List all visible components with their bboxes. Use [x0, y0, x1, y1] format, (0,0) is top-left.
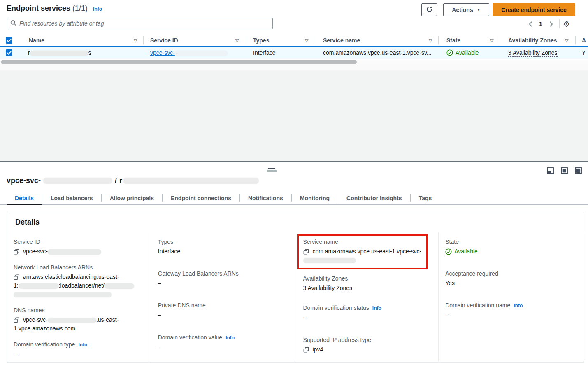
drag-bar-icon — [268, 168, 275, 169]
filter-types-icon[interactable]: ▽ — [305, 35, 308, 46]
dns-line1b: .us-east- — [96, 316, 119, 323]
row-checkbox[interactable] — [6, 49, 12, 56]
tab-contributor-insights[interactable]: Contributor Insights — [338, 192, 410, 204]
column-header-name[interactable]: Name — [29, 35, 44, 46]
details-column-1: Service ID vpce-svc- Network Load Balanc… — [7, 232, 151, 362]
page-title: Endpoint services (1/1) Info — [7, 4, 102, 13]
refresh-icon — [426, 6, 433, 14]
column-header-acceptance[interactable]: A — [582, 35, 586, 46]
field-value: Yes — [445, 279, 576, 288]
row-state-label: Available — [456, 47, 479, 59]
field-acceptance-required: Acceptance required Yes — [445, 269, 577, 288]
filter-state-icon[interactable]: ▽ — [490, 35, 493, 46]
panel-size-small-button[interactable] — [546, 167, 554, 175]
tab-allow-principals[interactable]: Allow principals — [102, 192, 162, 204]
panel-size-medium-button[interactable] — [560, 167, 568, 175]
tab-endpoint-connections[interactable]: Endpoint connections — [163, 192, 239, 204]
column-header-types[interactable]: Types — [253, 35, 269, 46]
ip-type-value: ipv4 — [313, 346, 323, 353]
field-label: Service name — [303, 238, 422, 246]
state-label: Available — [454, 247, 478, 256]
tab-load-balancers[interactable]: Load balancers — [42, 192, 101, 204]
field-value: vpce-svc- — [14, 247, 144, 256]
copy-icon[interactable] — [14, 317, 19, 324]
details-card-body: Service ID vpce-svc- Network Load Balanc… — [7, 232, 584, 362]
create-endpoint-service-button[interactable]: Create endpoint service — [493, 3, 575, 16]
refresh-button[interactable] — [421, 3, 437, 16]
info-link[interactable]: Info — [372, 305, 381, 311]
tab-tags[interactable]: Tags — [411, 192, 440, 204]
column-header-availability-zones[interactable]: Availability Zones — [508, 35, 557, 46]
field-value: – — [14, 350, 144, 359]
column-header-service-id[interactable]: Service ID — [150, 35, 178, 46]
filter-az-icon[interactable]: ▽ — [565, 35, 568, 46]
tab-notifications[interactable]: Notifications — [240, 192, 291, 204]
field-domain-verification-status: Domain verification statusInfo – — [303, 304, 432, 322]
available-check-icon — [445, 248, 452, 255]
filter-service-name-icon[interactable]: ▽ — [429, 35, 432, 46]
field-label-text: Domain verification value — [158, 334, 222, 341]
page-number[interactable]: 1 — [535, 21, 546, 27]
field-value: arn:aws:elasticloadbalancing:us-east- 1:… — [14, 273, 144, 299]
az-link[interactable]: 3 Availability Zones — [303, 285, 353, 292]
horizontal-scrollbar-thumb[interactable] — [1, 60, 357, 64]
field-value: Available — [445, 247, 576, 256]
field-label: Domain verification valueInfo — [158, 333, 288, 342]
title-info-link[interactable]: Info — [93, 6, 102, 12]
redacted-panel-id — [43, 178, 112, 184]
preferences-gear-icon[interactable]: ⚙ — [563, 20, 570, 28]
previous-page-icon[interactable] — [525, 19, 535, 29]
row-az-link[interactable]: 3 Availability Zones — [508, 49, 558, 57]
actions-button[interactable]: Actions ▼ — [443, 3, 489, 16]
create-button-label: Create endpoint service — [501, 7, 567, 13]
row-service-id-link[interactable]: vpce-svc- — [150, 47, 228, 59]
panel-title-prefix: vpce-svc- — [7, 176, 41, 185]
service-id-prefix: vpce-svc- — [23, 248, 48, 255]
copy-icon[interactable] — [14, 274, 19, 281]
panel-title-separator: / — [115, 176, 117, 185]
redacted-value — [19, 283, 59, 289]
resource-count: (1/1) — [72, 4, 88, 12]
field-nlb-arns: Network Load Balancers ARNs arn:aws:elas… — [14, 263, 144, 299]
details-card: Details Service ID vpce-svc- Network Loa… — [7, 212, 584, 362]
field-value: Interface — [158, 247, 288, 256]
field-label-text: Domain verification type — [14, 341, 75, 348]
info-link[interactable]: Info — [78, 342, 87, 348]
field-types: Types Interface — [158, 238, 288, 256]
redacted-name — [30, 51, 88, 56]
row-availability-zones[interactable]: 3 Availability Zones — [508, 47, 558, 59]
copy-icon[interactable] — [14, 249, 19, 256]
info-link[interactable]: Info — [225, 335, 235, 341]
filter-name-icon[interactable]: ▽ — [134, 35, 137, 46]
panel-size-large-button[interactable] — [574, 167, 582, 175]
service-name-prefix: com.amazonaws.vpce.us-east-1.vpce-svc- — [313, 248, 422, 255]
search-box[interactable] — [7, 18, 273, 29]
row-acceptance: Y — [582, 47, 586, 59]
field-label: Availability Zones — [303, 274, 432, 283]
next-page-icon[interactable] — [546, 19, 556, 29]
tab-monitoring[interactable]: Monitoring — [292, 192, 338, 204]
tab-details[interactable]: Details — [7, 192, 42, 204]
column-header-service-name[interactable]: Service name — [323, 35, 360, 46]
search-input[interactable] — [19, 20, 269, 27]
field-label: Acceptance required — [445, 269, 577, 278]
drag-bar-icon — [267, 170, 277, 172]
filter-service-id-icon[interactable]: ▽ — [235, 35, 239, 46]
nlb-arn-line1: arn:aws:elasticloadbalancing:us-east- — [23, 274, 119, 280]
copy-icon[interactable] — [303, 249, 309, 256]
field-value: – — [445, 311, 576, 320]
field-glb-arns: Gateway Load Balancers ARNs – — [158, 269, 288, 288]
copy-icon[interactable] — [303, 347, 309, 354]
panel-resize-handle[interactable] — [267, 168, 277, 172]
field-value: – — [158, 343, 288, 352]
details-column-4: State Available Acceptance required Yes — [439, 232, 584, 362]
field-value: – — [303, 314, 432, 322]
column-header-state[interactable]: State — [446, 35, 460, 46]
info-link[interactable]: Info — [514, 303, 523, 309]
field-label: Private DNS name — [158, 301, 288, 309]
page-background — [0, 70, 588, 161]
horizontal-scrollbar-track[interactable] — [0, 60, 588, 64]
column-divider — [575, 36, 576, 44]
select-all-checkbox[interactable] — [6, 37, 12, 44]
row-state: Available — [446, 47, 479, 59]
